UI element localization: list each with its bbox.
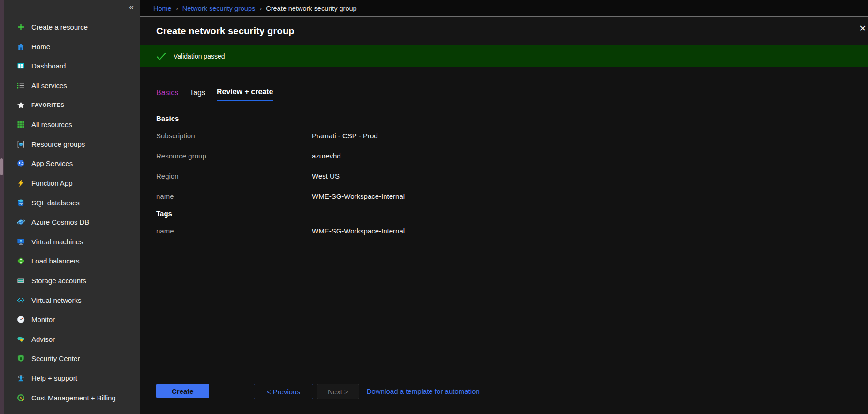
lightning-icon [16,179,25,188]
resource-group-cube-icon [16,139,25,149]
sidebar-item-label: Resource groups [31,140,85,148]
review-row: Resource group azurevhd [156,151,868,161]
sidebar-nav: Create a resource Home Dashboard All ser… [4,17,140,407]
sidebar-item-cost-management-billing[interactable]: $ Cost Management + Billing [4,388,140,407]
field-label: name [156,191,312,202]
shield-icon [16,354,25,363]
favorites-label: FAVORITES [31,102,65,108]
sidebar-item-security-center[interactable]: Security Center [4,349,140,369]
sql-database-icon: SQL [16,198,25,207]
sidebar-item-virtual-machines[interactable]: Virtual machines [4,232,140,252]
sidebar-item-label: SQL databases [31,199,80,207]
sidebar-item-label: Help + support [31,374,77,382]
tab-tags[interactable]: Tags [189,88,205,101]
sidebar-item-virtual-networks[interactable]: Virtual networks [4,290,140,310]
sidebar-item-label: Home [31,43,50,51]
advisor-cloud-icon [16,334,25,344]
breadcrumb-current: Create network security group [266,5,356,12]
validation-banner: Validation passed [140,45,868,67]
breadcrumb: Home › Network security groups › Create … [140,0,868,16]
sidebar-item-label: Create a resource [31,23,88,31]
tab-review-create[interactable]: Review + create [217,88,273,101]
breadcrumb-link-home[interactable]: Home [153,5,172,12]
create-button[interactable]: Create [156,384,209,398]
sidebar-item-home[interactable]: Home [4,37,140,57]
sidebar-item-create-a-resource[interactable]: Create a resource [4,17,140,37]
field-label: Region [156,171,312,181]
field-label: name [156,226,312,236]
field-label: Subscription [156,131,312,141]
chevron-right-icon: › [259,4,262,12]
sidebar-item-label: Dashboard [31,62,66,70]
vm-monitor-icon [16,237,25,246]
plus-icon [16,23,25,32]
chevron-right-icon: › [176,4,178,12]
field-value: Pramati - CSP - Prod [312,131,378,141]
close-icon[interactable]: ✕ [859,23,867,34]
sidebar-item-label: All resources [31,120,72,128]
sidebar-item-label: Cost Management + Billing [31,394,116,402]
sidebar-item-label: Storage accounts [31,277,86,285]
sidebar-item-advisor[interactable]: Advisor [4,330,140,349]
previous-button[interactable]: < Previous [254,384,313,399]
load-balancer-icon [16,256,25,266]
review-row: name WME-SG-Workspace-Internal [156,226,868,236]
favorites-header: FAVORITES [4,95,140,115]
sidebar-item-label: Function App [31,179,73,187]
edge-scrollbar-thumb[interactable] [0,158,3,175]
breadcrumb-link-network-security-groups[interactable]: Network security groups [182,5,256,12]
grid-icon [16,120,25,129]
svg-text:SQL: SQL [18,203,23,205]
field-value: azurevhd [312,151,341,161]
sidebar-item-storage-accounts[interactable]: Storage accounts [4,271,140,291]
sidebar-item-resource-groups[interactable]: Resource groups [4,135,140,154]
tab-bar: Basics Tags Review + create [156,88,868,101]
section-tags: Tags name WME-SG-Workspace-Internal [156,210,868,236]
sidebar-item-label: App Services [31,159,73,167]
section-heading: Basics [156,114,868,122]
cost-ring-icon: $ [16,393,25,402]
sidebar-item-label: Virtual machines [31,238,83,246]
section-basics: Basics Subscription Pramati - CSP - Prod… [156,114,868,202]
download-template-link[interactable]: Download a template for automation [367,384,480,399]
sidebar-item-label: Virtual networks [31,296,81,304]
review-row: name WME-SG-Workspace-Internal [156,191,868,202]
sidebar-item-function-app[interactable]: Function App [4,173,140,193]
all-services-icon [16,81,25,90]
sidebar-item-monitor[interactable]: Monitor [4,310,140,330]
sidebar-item-app-services[interactable]: App Services [4,154,140,173]
footer-bar: Create < Previous Next > Download a temp… [140,368,868,414]
star-icon [16,100,25,110]
field-value: WME-SG-Workspace-Internal [312,226,405,236]
field-label: Resource group [156,151,312,161]
storage-icon [16,276,25,286]
tab-basics[interactable]: Basics [156,88,178,101]
page-title: Create network security group [156,26,294,37]
review-row: Region West US [156,171,868,181]
review-row: Subscription Pramati - CSP - Prod [156,131,868,141]
sidebar-item-help-support[interactable]: Help + support [4,369,140,388]
gauge-icon [16,315,25,324]
sidebar-item-label: Monitor [31,316,55,324]
left-edge-strip [0,0,4,414]
sidebar: « Create a resource Home Dashboard All s… [4,0,140,414]
cosmos-planet-icon [16,218,25,227]
field-value: West US [312,171,340,181]
sidebar-item-azure-cosmos-db[interactable]: Azure Cosmos DB [4,212,140,232]
sidebar-collapse-icon[interactable]: « [129,2,134,12]
sidebar-item-all-resources[interactable]: All resources [4,115,140,135]
sidebar-item-sql-databases[interactable]: SQL SQL databases [4,193,140,212]
main-region: Home › Network security groups › Create … [140,0,868,414]
app-services-icon [16,159,25,168]
panel-header: Create network security group ✕ [140,17,868,45]
svg-text:$: $ [20,396,22,400]
vnet-icon [16,295,25,305]
sidebar-item-label: Azure Cosmos DB [31,218,89,226]
field-value: WME-SG-Workspace-Internal [312,191,405,202]
sidebar-item-label: All services [31,82,67,90]
sidebar-item-label: Advisor [31,335,55,343]
sidebar-item-dashboard[interactable]: Dashboard [4,56,140,76]
sidebar-item-load-balancers[interactable]: Load balancers [4,251,140,271]
next-button[interactable]: Next > [317,384,359,399]
sidebar-item-all-services[interactable]: All services [4,76,140,96]
